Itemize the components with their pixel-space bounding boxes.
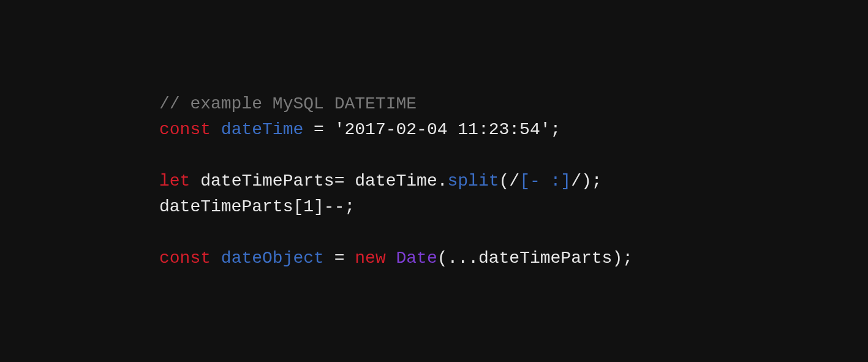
- class-date: Date: [396, 249, 437, 268]
- semicolon: ;: [592, 172, 602, 190]
- variable-dateTime: dateTime: [221, 120, 303, 139]
- keyword-const: const: [159, 120, 211, 139]
- regex-charclass: [- :]: [519, 172, 571, 190]
- code-snippet: // example MySQL DATETIME const dateTime…: [159, 91, 633, 271]
- regex-slash-close: /: [571, 172, 581, 190]
- keyword-const: const: [159, 249, 211, 268]
- keyword-let: let: [159, 172, 190, 190]
- code-comment: // example MySQL DATETIME: [159, 94, 417, 113]
- operator-equals-call: = dateTime.: [334, 172, 448, 190]
- statement-decrement: dateTimeParts[1]--;: [159, 197, 355, 216]
- paren-close: ): [581, 172, 592, 190]
- paren-open: (: [499, 172, 510, 190]
- keyword-new: new: [355, 249, 385, 268]
- variable-dateTimeParts: dateTimeParts: [200, 172, 334, 190]
- method-split: split: [448, 172, 499, 190]
- string-literal: '2017-02-04 11:23:54': [334, 120, 551, 139]
- variable-dateObject: dateObject: [221, 249, 324, 268]
- call-args: (...dateTimeParts);: [437, 249, 633, 268]
- semicolon: ;: [551, 120, 561, 139]
- operator-equals: =: [303, 120, 334, 139]
- space: [386, 249, 396, 268]
- operator-equals: =: [324, 249, 355, 268]
- regex-slash: /: [509, 172, 519, 190]
